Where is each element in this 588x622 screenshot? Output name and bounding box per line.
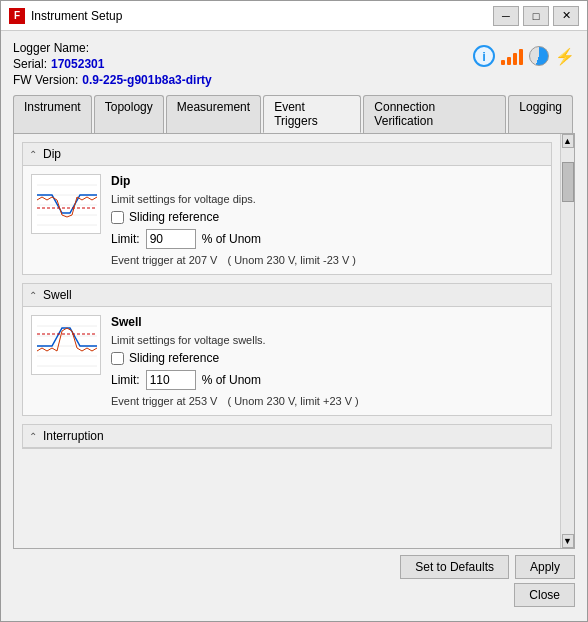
dip-event-trigger-text: Event trigger at 207 V — [111, 254, 217, 266]
swell-unom-text: ( Unom 230 V, limit +23 V ) — [227, 395, 358, 407]
tab-topology[interactable]: Topology — [94, 95, 164, 133]
dip-sliding-reference-checkbox[interactable] — [111, 211, 124, 224]
swell-section-title: Swell — [43, 288, 72, 302]
dip-chevron-icon: ⌃ — [29, 149, 37, 160]
scroll-up-button[interactable]: ▲ — [562, 134, 574, 148]
close-button[interactable]: Close — [514, 583, 575, 607]
serial-row: Serial: 17052301 — [13, 57, 212, 71]
swell-section: ⌃ Swell — [22, 283, 552, 416]
dip-description: Limit settings for voltage dips. — [111, 193, 543, 205]
tab-measurement[interactable]: Measurement — [166, 95, 261, 133]
swell-chart-thumbnail — [31, 315, 101, 375]
dip-unom-text: ( Unom 230 V, limit -23 V ) — [227, 254, 356, 266]
swell-chevron-icon: ⌃ — [29, 290, 37, 301]
swell-details: Swell Limit settings for voltage swells.… — [111, 315, 543, 407]
pie-chart-icon — [529, 46, 549, 66]
swell-limit-input[interactable] — [146, 370, 196, 390]
window-controls: ─ □ ✕ — [493, 6, 579, 26]
dip-section-title: Dip — [43, 147, 61, 161]
fw-row: FW Version: 0.9-225-g901b8a3-dirty — [13, 73, 212, 87]
interruption-section-header[interactable]: ⌃ Interruption — [23, 425, 551, 448]
close-window-button[interactable]: ✕ — [553, 6, 579, 26]
maximize-button[interactable]: □ — [523, 6, 549, 26]
window-title: Instrument Setup — [31, 9, 493, 23]
apply-button[interactable]: Apply — [515, 555, 575, 579]
dip-sliding-reference-label: Sliding reference — [129, 210, 219, 224]
dip-sliding-reference-row: Sliding reference — [111, 210, 543, 224]
scrollbar: ▲ ▼ — [560, 134, 574, 548]
main-window: F Instrument Setup ─ □ ✕ Logger Name: Se… — [0, 0, 588, 622]
swell-description: Limit settings for voltage swells. — [111, 334, 543, 346]
swell-name: Swell — [111, 315, 543, 329]
swell-sliding-reference-checkbox[interactable] — [111, 352, 124, 365]
content-area: Logger Name: Serial: 17052301 FW Version… — [1, 31, 587, 621]
serial-value: 17052301 — [51, 57, 104, 71]
title-bar: F Instrument Setup ─ □ ✕ — [1, 1, 587, 31]
tab-bar: Instrument Topology Measurement Event Tr… — [13, 95, 575, 133]
set-to-defaults-button[interactable]: Set to Defaults — [400, 555, 509, 579]
dip-limit-unit: % of Unom — [202, 232, 261, 246]
swell-limit-row: Limit: % of Unom — [111, 370, 543, 390]
app-icon: F — [9, 8, 25, 24]
fw-value: 0.9-225-g901b8a3-dirty — [82, 73, 211, 87]
device-info: Logger Name: Serial: 17052301 FW Version… — [13, 41, 212, 87]
interruption-chevron-icon: ⌃ — [29, 431, 37, 442]
dip-limit-input[interactable] — [146, 229, 196, 249]
serial-label: Serial: — [13, 57, 47, 71]
swell-sliding-reference-row: Sliding reference — [111, 351, 543, 365]
dip-chart-thumbnail — [31, 174, 101, 234]
tab-event-triggers[interactable]: Event Triggers — [263, 95, 361, 133]
tab-logging[interactable]: Logging — [508, 95, 573, 133]
info-icon[interactable]: i — [473, 45, 495, 67]
interruption-section: ⌃ Interruption — [22, 424, 552, 449]
dip-details: Dip Limit settings for voltage dips. Sli… — [111, 174, 543, 266]
bottom-buttons: Set to Defaults Apply — [13, 549, 575, 583]
signal-icon — [501, 47, 523, 65]
close-row: Close — [13, 583, 575, 613]
tab-connection-verification[interactable]: Connection Verification — [363, 95, 506, 133]
fw-label: FW Version: — [13, 73, 78, 87]
interruption-section-title: Interruption — [43, 429, 104, 443]
swell-section-header[interactable]: ⌃ Swell — [23, 284, 551, 307]
logger-name-row: Logger Name: — [13, 41, 212, 55]
swell-event-trigger-text: Event trigger at 253 V — [111, 395, 217, 407]
tab-content-event-triggers: ⌃ Dip — [13, 133, 575, 549]
dip-section: ⌃ Dip — [22, 142, 552, 275]
minimize-button[interactable]: ─ — [493, 6, 519, 26]
swell-limit-unit: % of Unom — [202, 373, 261, 387]
dip-name: Dip — [111, 174, 543, 188]
swell-limit-label: Limit: — [111, 373, 140, 387]
dip-section-body: Dip Limit settings for voltage dips. Sli… — [23, 166, 551, 274]
dip-limit-label: Limit: — [111, 232, 140, 246]
swell-section-body: Swell Limit settings for voltage swells.… — [23, 307, 551, 415]
power-icon: ⚡ — [555, 47, 575, 66]
dip-limit-row: Limit: % of Unom — [111, 229, 543, 249]
status-icons: i ⚡ — [473, 45, 575, 67]
info-bar: Logger Name: Serial: 17052301 FW Version… — [13, 41, 575, 87]
scrollbar-thumb[interactable] — [562, 162, 574, 202]
swell-event-trigger-row: Event trigger at 253 V ( Unom 230 V, lim… — [111, 395, 543, 407]
dip-section-header[interactable]: ⌃ Dip — [23, 143, 551, 166]
tab-instrument[interactable]: Instrument — [13, 95, 92, 133]
scroll-down-button[interactable]: ▼ — [562, 534, 574, 548]
logger-name-label: Logger Name: — [13, 41, 89, 55]
dip-event-trigger-row: Event trigger at 207 V ( Unom 230 V, lim… — [111, 254, 543, 266]
swell-sliding-reference-label: Sliding reference — [129, 351, 219, 365]
